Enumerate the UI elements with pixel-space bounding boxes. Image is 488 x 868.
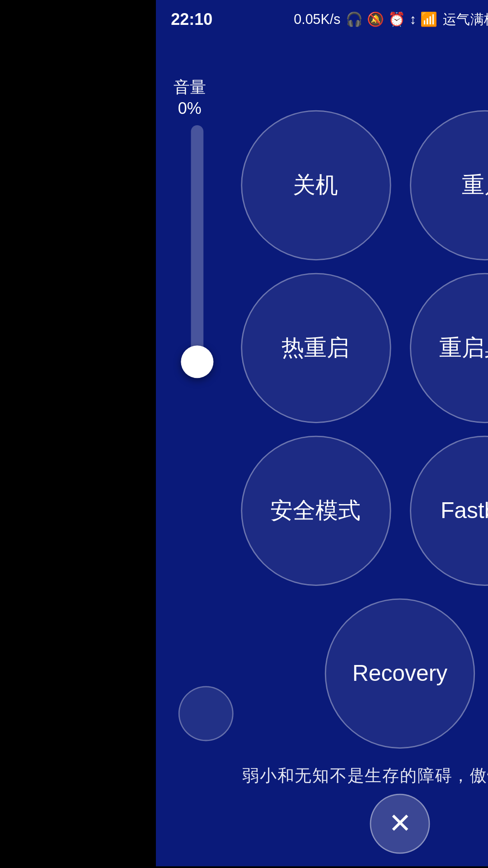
volume-value: 0% <box>174 99 206 120</box>
button-row-4: Recovery <box>231 599 488 749</box>
button-row-2: 热重启 重启桌面 <box>231 273 488 423</box>
status-icons: 🎧 🔕 ⏰ ↕ 📶 <box>346 11 438 27</box>
network-speed: 0.05K/s <box>294 11 340 26</box>
status-center: 0.05K/s 🎧 🔕 ⏰ ↕ 📶 运气满格 4G <box>294 9 488 28</box>
button-row-1: 关机 重启 <box>231 110 488 260</box>
restart-desktop-button[interactable]: 重启桌面 <box>409 273 488 423</box>
restart-button[interactable]: 重启 <box>409 110 488 260</box>
volume-title: 音量 <box>174 78 206 99</box>
button-row-3: 安全模式 Fastboot <box>231 436 488 586</box>
carrier: 运气满格 4G <box>443 9 488 28</box>
shutdown-button[interactable]: 关机 <box>240 110 390 260</box>
action-buttons-area: 关机 重启 热重启 重启桌面 安全模式 Fastboot Recovery <box>231 110 488 761</box>
recovery-button[interactable]: Recovery <box>325 599 475 749</box>
close-icon: ✕ <box>389 807 411 840</box>
status-time: 22:10 <box>171 9 212 28</box>
close-button[interactable]: ✕ <box>370 794 430 854</box>
status-bar: 22:10 0.05K/s 🎧 🔕 ⏰ ↕ 📶 运气满格 4G 89% <box>156 0 488 35</box>
fastboot-button[interactable]: Fastboot <box>409 436 488 586</box>
hot-restart-button[interactable]: 热重启 <box>240 273 390 423</box>
volume-thumb[interactable] <box>181 345 213 378</box>
volume-slider[interactable] <box>191 125 204 376</box>
quote-text: 弱小和无知不是生存的障碍，傲慢才是。 <box>156 764 488 789</box>
nav-circle[interactable] <box>178 686 234 741</box>
safe-mode-button[interactable]: 安全模式 <box>240 436 390 586</box>
volume-label: 音量 0% <box>174 78 206 120</box>
